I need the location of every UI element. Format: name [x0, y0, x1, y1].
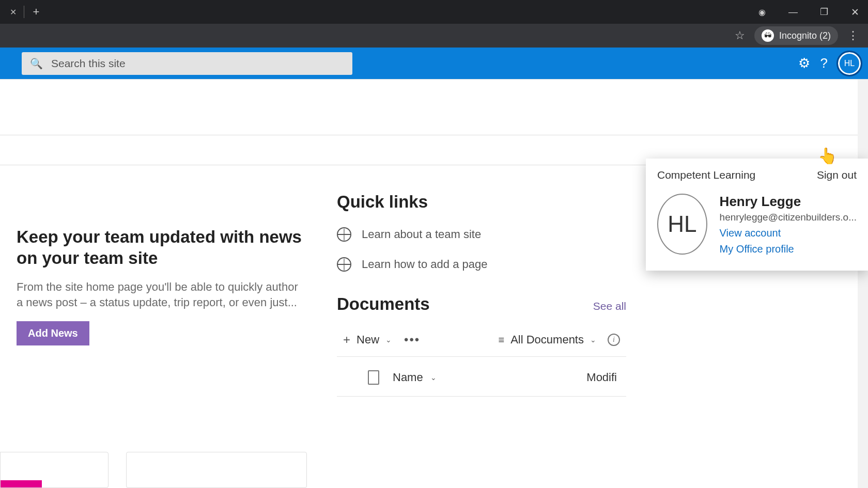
quick-link-item[interactable]: Learn how to add a page [337, 257, 626, 272]
file-type-icon [368, 370, 379, 385]
add-news-button[interactable]: Add News [17, 321, 89, 345]
globe-icon [337, 257, 351, 272]
close-tab-button[interactable]: ✕ [5, 3, 21, 21]
chevron-down-icon: ⌄ [385, 336, 392, 344]
flyout-avatar-initials: HL [668, 211, 696, 237]
view-switcher[interactable]: ≡ All Documents ⌄ [498, 333, 596, 347]
news-tile[interactable] [0, 452, 109, 488]
news-tiles-row [0, 452, 307, 488]
plus-icon: + [343, 333, 350, 347]
view-label: All Documents [510, 333, 584, 347]
user-full-name: Henry Legge [720, 194, 857, 210]
org-name: Competent Learning [657, 169, 755, 181]
user-icon[interactable]: ◉ [754, 7, 770, 17]
quick-link-label: Learn about a team site [362, 228, 481, 241]
sign-out-link[interactable]: Sign out [817, 169, 857, 181]
account-avatar-button[interactable]: HL [838, 52, 861, 75]
search-icon: 🔍 [30, 57, 43, 70]
more-actions-button[interactable]: ••• [404, 333, 420, 347]
documents-heading: Documents [337, 294, 430, 314]
account-flyout: Competent Learning Sign out HL Henry Leg… [646, 159, 868, 271]
chevron-down-icon: ⌄ [590, 336, 596, 344]
help-icon[interactable]: ? [820, 55, 828, 71]
page-content: Competent Learning Sign out HL Henry Leg… [0, 80, 868, 488]
list-view-icon: ≡ [498, 334, 504, 346]
minimize-button[interactable]: — [785, 7, 801, 18]
quick-link-label: Learn how to add a page [362, 258, 487, 271]
globe-icon [337, 227, 351, 242]
incognito-badge[interactable]: 🕶 Incognito (2) [754, 26, 838, 45]
new-document-button[interactable]: + New ⌄ [343, 333, 392, 347]
search-input[interactable]: 🔍 Search this site [22, 52, 352, 75]
incognito-icon: 🕶 [762, 29, 774, 42]
bookmark-star-icon[interactable]: ☆ [735, 29, 745, 42]
scrollbar[interactable] [858, 80, 868, 488]
settings-gear-icon[interactable]: ⚙ [798, 55, 810, 71]
quick-links-heading: Quick links [337, 192, 626, 212]
maximize-button[interactable]: ❐ [816, 6, 832, 18]
site-header-area [0, 80, 868, 135]
documents-toolbar: + New ⌄ ••• ≡ All Documents ⌄ i [337, 328, 626, 351]
avatar-initials: HL [844, 59, 855, 68]
browser-tab-strip: ✕ + ◉ — ❐ ✕ [0, 0, 868, 24]
tab-separator [24, 6, 24, 18]
office-profile-link[interactable]: My Office profile [720, 243, 857, 255]
column-name-label: Name [393, 371, 423, 384]
news-section: Keep your team updated with news on your… [17, 190, 306, 397]
view-account-link[interactable]: View account [720, 227, 857, 239]
cursor-hand-icon: 👆 [818, 147, 837, 165]
browser-menu-button[interactable]: ⋮ [847, 29, 859, 42]
sharepoint-header: 🔍 Search this site ⚙ ? HL [0, 48, 868, 80]
flyout-avatar: HL [657, 194, 707, 255]
incognito-label: Incognito (2) [779, 30, 831, 41]
column-modified-header[interactable]: Modifi [586, 371, 617, 384]
search-placeholder: Search this site [51, 57, 126, 70]
column-name-header[interactable]: Name ⌄ [393, 371, 527, 384]
browser-address-bar: ☆ 🕶 Incognito (2) ⋮ [0, 24, 868, 48]
user-email: henrylegge@citizenbuilders.o... [720, 212, 857, 223]
new-label: New [357, 333, 379, 347]
news-tile[interactable] [126, 452, 307, 488]
chevron-down-icon: ⌄ [430, 373, 437, 382]
quick-link-item[interactable]: Learn about a team site [337, 227, 626, 242]
documents-table-header: Name ⌄ Modifi [337, 357, 626, 397]
news-description: From the site home page you'll be able t… [17, 279, 306, 311]
close-window-button[interactable]: ✕ [847, 6, 863, 18]
news-title: Keep your team updated with news on your… [17, 226, 306, 269]
tile-accent [1, 480, 42, 487]
new-tab-button[interactable]: + [27, 3, 45, 21]
info-icon[interactable]: i [608, 334, 620, 346]
see-all-link[interactable]: See all [593, 300, 626, 312]
